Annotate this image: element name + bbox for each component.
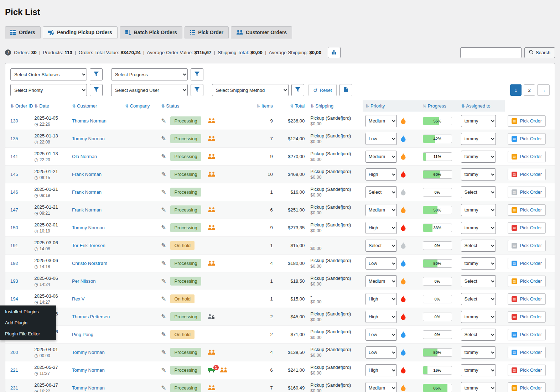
customer-link[interactable]: Tor Erik Toresen [72, 243, 105, 248]
order-id-link[interactable]: 221 [10, 367, 18, 373]
edit-order-icon[interactable]: ✎ [161, 295, 166, 303]
assigned-select[interactable]: Select [461, 329, 496, 341]
progress-filter-button[interactable] [191, 68, 203, 80]
assigned-select[interactable]: tommy [461, 151, 496, 163]
order-id-link[interactable]: 200 [10, 350, 18, 355]
assigned-select[interactable]: Select [461, 240, 496, 252]
column-header-order-id[interactable]: ⇅Order ID [5, 100, 31, 112]
assigned-user-filter-button[interactable] [191, 84, 203, 96]
order-id-link[interactable]: 135 [10, 136, 18, 141]
priority-select[interactable]: High [365, 311, 397, 323]
priority-select[interactable]: High [365, 364, 397, 376]
shipping-method-filter-button[interactable] [291, 84, 304, 96]
reset-filters-button[interactable]: ↺ Reset [308, 84, 337, 96]
order-statuses-filter[interactable]: Select Order Statuses [10, 68, 87, 80]
menu-item-installed-plugins[interactable]: Installed Plugins [0, 306, 56, 317]
order-id-link[interactable]: 141 [10, 154, 18, 159]
customer-link[interactable]: Per Nilsson [72, 278, 95, 284]
assigned-user-filter[interactable]: Select Assigned User [111, 84, 188, 96]
assigned-select[interactable]: Select [461, 293, 496, 305]
tab-customer-orders[interactable]: Customer Orders [231, 26, 292, 38]
customer-link[interactable]: Tommy Norman [72, 136, 105, 141]
menu-item-plugin-file-editor[interactable]: Plugin File Editor [0, 328, 56, 339]
order-id-link[interactable]: 194 [10, 296, 18, 302]
assigned-select[interactable]: tommy [461, 222, 496, 234]
pick-order-button[interactable]: ▤ Pick Order [508, 347, 546, 358]
customer-link[interactable]: Tommy Norman [72, 225, 105, 230]
assigned-select[interactable]: tommy [461, 311, 496, 323]
pick-order-button[interactable]: ▤ Pick Order [508, 187, 546, 198]
priority-select[interactable]: Medium [365, 115, 397, 127]
customer-link[interactable]: Thomas Norman [72, 118, 107, 124]
tab-orders[interactable]: Orders [5, 26, 41, 38]
edit-order-icon[interactable]: ✎ [161, 242, 166, 249]
assigned-select[interactable]: tommy [461, 382, 496, 392]
pagination-page-2[interactable]: 2 [524, 84, 535, 96]
customer-link[interactable]: Frank Norman [72, 172, 102, 177]
priority-select[interactable]: Medium [365, 151, 397, 163]
order-id-link[interactable]: 145 [10, 172, 18, 177]
tab-batch-pick-orders[interactable]: Batch Pick Orders [120, 26, 182, 38]
edit-order-icon[interactable]: ✎ [161, 188, 166, 196]
pick-order-button[interactable]: ▤ Pick Order [508, 115, 546, 127]
pagination-next-button[interactable]: → [537, 84, 550, 96]
pick-order-button[interactable]: ▤ Pick Order [508, 311, 546, 323]
customer-link[interactable]: Thomas Pettersen [72, 314, 110, 319]
customer-link[interactable]: Christo Norstrøm [72, 261, 107, 266]
assigned-select[interactable]: tommy [461, 204, 496, 216]
order-id-link[interactable]: 150 [10, 225, 18, 230]
customer-link[interactable]: Tommy Norman [72, 350, 105, 355]
edit-order-icon[interactable]: ✎ [161, 366, 166, 374]
priority-select[interactable]: Medium [365, 204, 397, 216]
pagination-page-1[interactable]: 1 [510, 84, 522, 96]
edit-order-icon[interactable]: ✎ [161, 384, 166, 392]
edit-order-icon[interactable]: ✎ [161, 260, 166, 267]
assigned-select[interactable]: tommy [461, 115, 496, 127]
edit-order-icon[interactable]: ✎ [161, 349, 166, 356]
edit-order-icon[interactable]: ✎ [161, 224, 166, 231]
order-id-link[interactable]: 231 [10, 385, 18, 391]
column-header-progress[interactable]: ⇅Progress [420, 100, 458, 112]
priority-select[interactable]: High [365, 293, 397, 305]
progress-filter[interactable]: Select Progress [111, 68, 188, 80]
edit-order-icon[interactable]: ✎ [161, 313, 166, 320]
chart-button[interactable] [328, 47, 341, 58]
column-header-shipping[interactable]: ⇅Shipping [307, 100, 363, 112]
customer-link[interactable]: Ola Norman [72, 154, 97, 159]
priority-filter[interactable]: Select Priority [10, 84, 87, 96]
priority-select[interactable]: Medium [365, 275, 397, 287]
customer-link[interactable]: Frank Norman [72, 189, 102, 195]
priority-select[interactable]: High [365, 168, 397, 181]
edit-order-icon[interactable]: ✎ [161, 206, 166, 214]
assigned-select[interactable]: tommy [461, 257, 496, 270]
assigned-select[interactable]: Select [461, 186, 496, 198]
order-id-link[interactable]: 193 [10, 278, 18, 284]
order-statuses-filter-button[interactable] [90, 68, 103, 80]
pick-order-button[interactable]: ▤ Pick Order [508, 258, 546, 269]
order-id-link[interactable]: 192 [10, 261, 18, 266]
priority-select[interactable]: High [365, 222, 397, 234]
customer-link[interactable]: Frank Norman [72, 207, 102, 213]
column-header-items[interactable]: ⇅Items [253, 100, 276, 112]
menu-item-add-plugin[interactable]: Add Plugin [0, 317, 56, 328]
priority-select[interactable]: Low [365, 257, 397, 270]
pick-order-button[interactable]: ▤ Pick Order [508, 222, 546, 234]
edit-order-icon[interactable]: ✎ [161, 135, 166, 142]
priority-select[interactable]: Low [365, 133, 397, 145]
pick-order-button[interactable]: ▤ Pick Order [508, 169, 546, 180]
priority-select[interactable]: Low [365, 329, 397, 341]
column-header-customer[interactable]: ⇅Customer [69, 100, 122, 112]
priority-select[interactable]: Low [365, 346, 397, 359]
customer-link[interactable]: Ping Pong [72, 332, 93, 337]
pick-order-button[interactable]: ▤ Pick Order [508, 382, 546, 392]
search-input[interactable] [460, 47, 522, 58]
pick-order-button[interactable]: ▤ Pick Order [508, 365, 546, 376]
customer-link[interactable]: Tommy Norman [72, 367, 105, 373]
priority-select[interactable]: Select [365, 186, 397, 198]
edit-order-icon[interactable]: ✎ [161, 117, 166, 125]
column-header-priority[interactable]: ⇅Priority [363, 100, 420, 112]
column-header-date[interactable]: ⇅Date [31, 100, 69, 112]
column-header-total[interactable]: ⇅Total [276, 100, 308, 112]
priority-select[interactable]: Select [365, 240, 397, 252]
assigned-select[interactable]: tommy [461, 168, 496, 181]
